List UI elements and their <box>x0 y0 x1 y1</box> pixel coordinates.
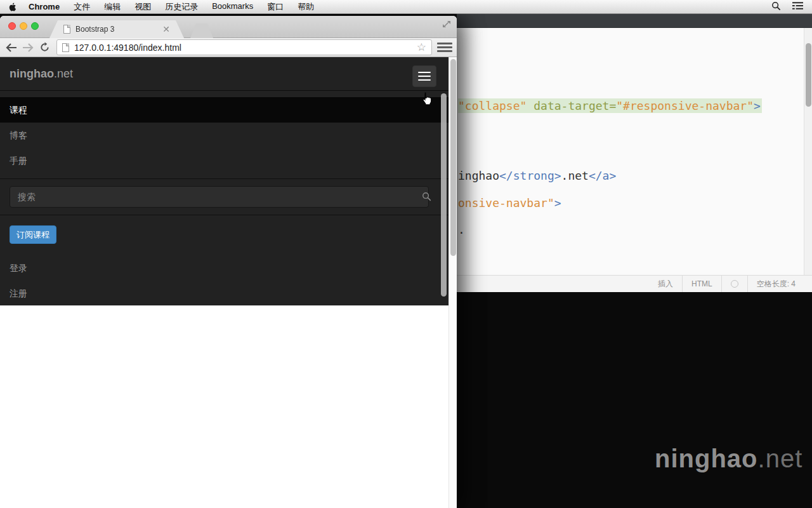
menubar-item-2[interactable]: 视图 <box>134 1 151 13</box>
site-navbar: ninghao.net <box>0 57 449 90</box>
tab-strip: Bootstrap 3 ✕ <box>0 16 457 38</box>
code-line-2: onsive-navbar"> <box>458 196 561 210</box>
spotlight-search-icon[interactable] <box>771 1 781 13</box>
menubar-item-1[interactable]: 编辑 <box>104 1 121 13</box>
search-input[interactable] <box>10 186 429 208</box>
menubar-item-5[interactable]: 窗口 <box>267 1 284 13</box>
url-text[interactable]: 127.0.0.1:49180/index.html <box>74 43 417 53</box>
status-tab-size[interactable]: 空格长度: 4 <box>748 276 804 292</box>
tab-title: Bootstrap 3 <box>75 25 162 34</box>
code-line-1: inghao</strong>.net</a> <box>458 168 616 183</box>
status-insert-mode: 插入 <box>649 276 682 292</box>
navbar-collapse-menu: 课程博客手册 订阅课程 登录注册 <box>0 90 449 305</box>
bookmark-star-icon[interactable]: ☆ <box>417 42 426 53</box>
apple-menu-icon[interactable] <box>9 2 17 12</box>
menubar-item-3[interactable]: 历史记录 <box>165 1 198 13</box>
navbar-menu: 课程博客手册 <box>0 91 449 173</box>
desktop-watermark: ninghao.net <box>655 444 802 473</box>
page-viewport: ninghao.net 课程博客手册 订阅课程 登录注册 <box>0 57 457 508</box>
brand-strong: ninghao <box>10 67 54 80</box>
code-line-0: "collapse" data-target="#responsive-navb… <box>458 98 762 113</box>
nav-item-1[interactable]: 博客 <box>0 123 449 148</box>
browser-toolbar: 127.0.0.1:49180/index.html ☆ <box>0 38 457 57</box>
minimize-window-button[interactable] <box>20 22 27 30</box>
address-bar[interactable]: 127.0.0.1:49180/index.html ☆ <box>56 39 432 55</box>
navbar-auth-menu: 登录注册 <box>0 255 449 305</box>
window-expand-icon[interactable] <box>442 19 452 32</box>
watermark-brand-rest: .net <box>758 444 803 472</box>
zoom-window-button[interactable] <box>31 22 39 30</box>
notification-center-icon[interactable] <box>792 1 803 12</box>
forward-button[interactable] <box>20 40 36 55</box>
chrome-menu-button[interactable] <box>437 43 452 52</box>
editor-statusbar: 插入 HTML 空格长度: 4 <box>457 275 812 292</box>
status-syntax[interactable]: HTML <box>683 276 721 292</box>
auth-item-0[interactable]: 登录 <box>0 255 449 281</box>
subscribe-button[interactable]: 订阅课程 <box>10 225 56 244</box>
navbar-search-form <box>0 178 449 215</box>
watermark-brand-strong: ninghao <box>655 444 758 472</box>
close-window-button[interactable] <box>8 22 16 30</box>
editor-scrollbar[interactable] <box>804 28 812 275</box>
desktop: ninghao.net "collapse" data-target="#res… <box>0 0 812 508</box>
browser-tab[interactable]: Bootstrap 3 ✕ <box>49 20 184 38</box>
menubar-items: 文件编辑视图历史记录Bookmarks窗口帮助 <box>74 1 328 13</box>
editor-scrollbar-thumb[interactable] <box>806 43 811 107</box>
editor-code-area[interactable]: "collapse" data-target="#responsive-navb… <box>457 28 812 275</box>
new-tab-button[interactable] <box>190 23 213 38</box>
editor-titlebar[interactable] <box>457 14 812 28</box>
status-indicator <box>722 276 747 292</box>
menu-scrollbar-thumb[interactable] <box>441 93 447 297</box>
tab-close-icon[interactable]: ✕ <box>162 25 170 34</box>
nav-item-2[interactable]: 手册 <box>0 148 449 173</box>
auth-item-1[interactable]: 注册 <box>0 281 449 305</box>
menubar-item-6[interactable]: 帮助 <box>298 1 314 13</box>
code-line-3: . <box>458 222 465 237</box>
browser-window: Bootstrap 3 ✕ 127.0.0.1:49180/index.html… <box>0 16 457 508</box>
nav-item-0[interactable]: 课程 <box>0 97 449 123</box>
hand-cursor <box>419 91 435 110</box>
hamburger-icon <box>418 72 431 73</box>
reload-button[interactable] <box>36 40 53 55</box>
menubar-app-name[interactable]: Chrome <box>29 2 60 11</box>
editor-window: "collapse" data-target="#responsive-navb… <box>457 14 812 292</box>
site-brand-link[interactable]: ninghao.net <box>10 57 73 90</box>
url-page-icon <box>62 43 69 52</box>
page-scrollbar[interactable] <box>449 57 457 508</box>
page-scrollbar-thumb[interactable] <box>450 59 456 256</box>
page-favicon <box>63 25 70 34</box>
brand-rest: .net <box>54 67 73 80</box>
menubar-item-4[interactable]: Bookmarks <box>212 1 253 13</box>
navbar-toggle-button[interactable] <box>412 65 436 87</box>
mac-menubar: Chrome 文件编辑视图历史记录Bookmarks窗口帮助 <box>0 0 812 14</box>
search-icon <box>422 192 431 204</box>
back-button[interactable] <box>3 40 20 55</box>
menubar-item-0[interactable]: 文件 <box>74 1 90 13</box>
circle-icon <box>731 280 738 288</box>
